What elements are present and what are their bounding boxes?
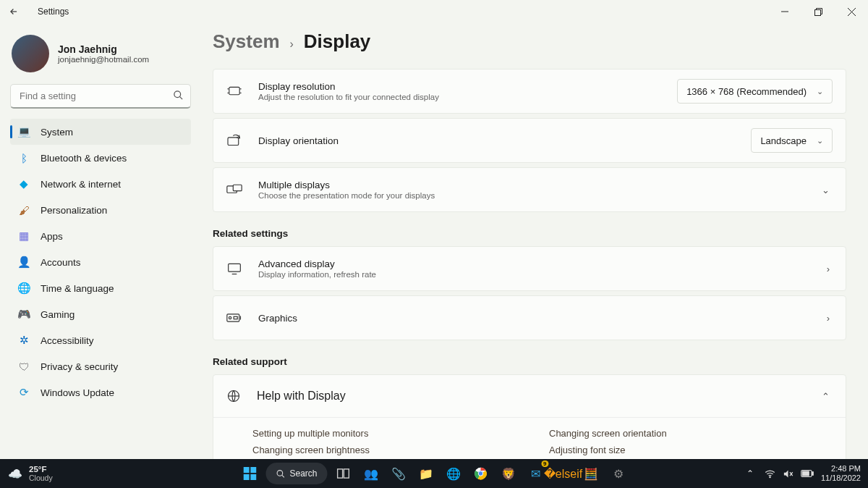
taskbar-clock[interactable]: 2:48 PM 11/18/2022 bbox=[821, 464, 861, 482]
wifi-icon[interactable] bbox=[765, 468, 775, 479]
chevron-right-icon: › bbox=[290, 38, 294, 51]
breadcrumb-parent[interactable]: System bbox=[213, 30, 280, 53]
svg-rect-37 bbox=[812, 472, 814, 476]
taskbar: ☁️ 25°F Cloudy Search 👥 📎 📁 🌐 🦁 ✉9 �else… bbox=[0, 459, 868, 488]
orientation-dropdown[interactable]: Landscape ⌄ bbox=[751, 128, 833, 153]
sidebar-item-system[interactable]: 💻System bbox=[10, 119, 191, 145]
back-button[interactable] bbox=[9, 7, 29, 17]
help-header[interactable]: Help with Display ⌃ bbox=[213, 375, 846, 417]
file-explorer-icon[interactable]: 📁 bbox=[414, 462, 438, 485]
chevron-right-icon: › bbox=[824, 264, 833, 274]
card-help-display: Help with Display ⌃ Setting up multiple … bbox=[213, 374, 846, 459]
card-desc: Adjust the resolution to fit your connec… bbox=[258, 93, 677, 101]
battery-icon[interactable] bbox=[801, 469, 814, 478]
svg-line-5 bbox=[179, 96, 182, 99]
sidebar-item-privacy-security[interactable]: 🛡Privacy & security bbox=[10, 353, 191, 379]
section-related-settings: Related settings bbox=[213, 228, 846, 239]
help-link[interactable]: Changing screen brightness bbox=[252, 445, 549, 455]
close-button[interactable] bbox=[835, 0, 868, 23]
taskbar-center: Search 👥 📎 📁 🌐 🦁 ✉9 �elseif 🧮 ⚙ bbox=[238, 462, 629, 485]
system-tray: ⌃ 2:48 PM 11/18/2022 bbox=[743, 462, 868, 485]
svg-rect-11 bbox=[228, 138, 239, 146]
maximize-button[interactable] bbox=[801, 0, 835, 23]
weather-icon: ☁️ bbox=[7, 466, 23, 481]
nav-icon: 👤 bbox=[17, 256, 30, 269]
sidebar-item-label: Windows Update bbox=[41, 387, 114, 398]
card-advanced-display[interactable]: Advanced display Display information, re… bbox=[213, 246, 846, 291]
sidebar-item-label: Gaming bbox=[41, 309, 75, 320]
svg-rect-14 bbox=[229, 264, 241, 272]
start-button[interactable] bbox=[238, 462, 261, 485]
svg-rect-23 bbox=[243, 474, 249, 480]
dropdown-value: 1366 × 768 (Recommended) bbox=[686, 86, 807, 97]
nav-list: 💻SystemᛒBluetooth & devices◆Network & in… bbox=[10, 119, 191, 405]
graphics-icon bbox=[226, 310, 242, 326]
chevron-right-icon: › bbox=[824, 313, 833, 324]
sidebar-item-accounts[interactable]: 👤Accounts bbox=[10, 249, 191, 275]
svg-rect-18 bbox=[234, 316, 237, 319]
profile-email: jonjaehnig@hotmail.com bbox=[58, 55, 149, 64]
help-link[interactable]: Changing screen orientation bbox=[549, 428, 846, 439]
nav-icon: 🛡 bbox=[17, 360, 30, 373]
card-graphics[interactable]: Graphics › bbox=[213, 295, 846, 340]
nav-icon: ▦ bbox=[17, 230, 30, 243]
mail-icon[interactable]: ✉9 bbox=[524, 462, 548, 485]
sidebar-item-apps[interactable]: ▦Apps bbox=[10, 223, 191, 249]
calculator-icon[interactable]: 🧮 bbox=[579, 462, 603, 485]
settings-icon[interactable]: ⚙ bbox=[607, 462, 630, 485]
sidebar-item-bluetooth-devices[interactable]: ᛒBluetooth & devices bbox=[10, 145, 191, 171]
chevron-down-icon: ⌄ bbox=[819, 185, 833, 195]
svg-point-31 bbox=[478, 471, 482, 476]
svg-point-4 bbox=[174, 91, 181, 98]
svg-rect-6 bbox=[229, 87, 239, 94]
tray-overflow-icon[interactable]: ⌃ bbox=[743, 462, 757, 485]
window-controls bbox=[768, 0, 868, 23]
sidebar-item-gaming[interactable]: 🎮Gaming bbox=[10, 301, 191, 327]
sidebar-item-network-internet[interactable]: ◆Network & internet bbox=[10, 171, 191, 197]
weather-temp: 25°F bbox=[29, 465, 53, 474]
teams-icon[interactable]: 👥 bbox=[359, 462, 383, 485]
sidebar-item-accessibility[interactable]: ✲Accessibility bbox=[10, 327, 191, 353]
app-icon[interactable]: �elseif bbox=[552, 462, 575, 485]
minimize-button[interactable] bbox=[768, 0, 801, 23]
profile-block[interactable]: Jon Jaehnig jonjaehnig@hotmail.com bbox=[10, 32, 191, 83]
sidebar-item-label: Accessibility bbox=[41, 335, 94, 346]
brave-icon[interactable]: 🦁 bbox=[497, 462, 520, 485]
volume-icon[interactable] bbox=[783, 468, 793, 479]
nav-icon: 🎮 bbox=[17, 308, 30, 321]
taskbar-weather[interactable]: ☁️ 25°F Cloudy bbox=[0, 465, 53, 482]
sidebar-item-label: Time & language bbox=[41, 283, 114, 294]
svg-line-26 bbox=[282, 475, 284, 477]
multiple-displays-icon bbox=[226, 182, 242, 198]
card-title: Help with Display bbox=[257, 390, 346, 403]
svg-rect-28 bbox=[344, 469, 349, 478]
search-input[interactable] bbox=[10, 84, 191, 109]
card-desc: Choose the presentation mode for your di… bbox=[258, 191, 819, 200]
help-globe-icon bbox=[226, 389, 241, 403]
resolution-dropdown[interactable]: 1366 × 768 (Recommended) ⌄ bbox=[677, 79, 833, 104]
edge-icon[interactable]: 🌐 bbox=[442, 462, 465, 485]
main-content: System › Display Display resolution Adju… bbox=[201, 23, 868, 459]
nav-icon: 🌐 bbox=[17, 282, 30, 295]
office-icon[interactable]: 📎 bbox=[387, 462, 410, 485]
help-links: Setting up multiple monitors Changing sc… bbox=[213, 417, 846, 459]
nav-icon: ✲ bbox=[17, 334, 30, 347]
taskbar-search[interactable]: Search bbox=[265, 463, 327, 484]
chrome-icon[interactable] bbox=[469, 462, 493, 485]
sidebar-item-personalization[interactable]: 🖌Personalization bbox=[10, 197, 191, 223]
weather-desc: Cloudy bbox=[29, 474, 53, 482]
avatar bbox=[12, 35, 49, 72]
display-resolution-icon bbox=[226, 83, 242, 99]
help-link[interactable]: Setting up multiple monitors bbox=[252, 428, 549, 439]
task-view-button[interactable] bbox=[332, 462, 355, 485]
breadcrumb-current: Display bbox=[304, 30, 371, 53]
sidebar-item-label: Network & internet bbox=[41, 179, 121, 190]
card-desc: Display information, refresh rate bbox=[258, 270, 824, 279]
sidebar-item-label: System bbox=[41, 127, 73, 138]
card-multiple-displays[interactable]: Multiple displays Choose the presentatio… bbox=[213, 167, 846, 212]
sidebar-item-windows-update[interactable]: ⟳Windows Update bbox=[10, 379, 191, 405]
sidebar-item-time-language[interactable]: 🌐Time & language bbox=[10, 275, 191, 301]
chevron-down-icon: ⌄ bbox=[817, 87, 823, 96]
dropdown-value: Landscape bbox=[760, 135, 807, 146]
help-link[interactable]: Adjusting font size bbox=[549, 445, 846, 455]
